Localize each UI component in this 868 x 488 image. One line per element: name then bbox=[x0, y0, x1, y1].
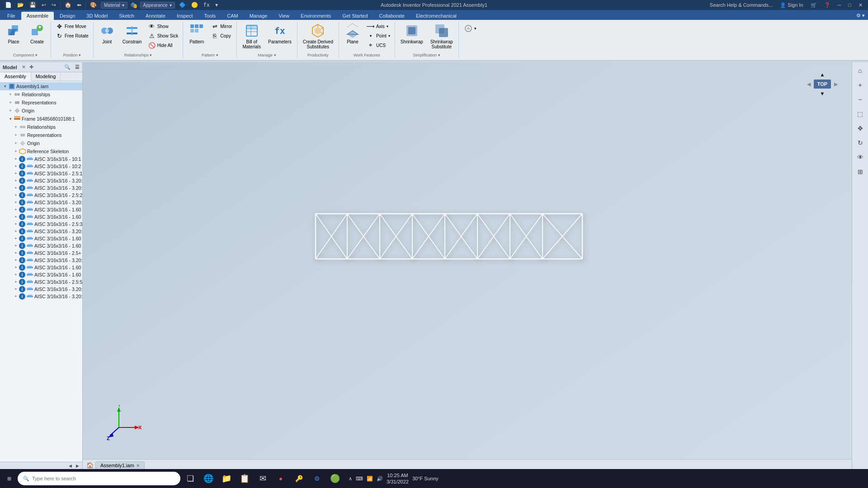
viewport-tab-close[interactable]: ✕ bbox=[136, 463, 140, 468]
tab-tools[interactable]: Tools bbox=[199, 12, 222, 20]
viewcube-down-arrow[interactable]: ▼ bbox=[819, 90, 826, 97]
aisc-expand-11[interactable]: + bbox=[13, 235, 19, 242]
taskbar-chrome-btn[interactable]: 🟢 bbox=[327, 470, 343, 487]
tab-cam[interactable]: CAM bbox=[222, 12, 243, 20]
qa-home-btn[interactable]: 🏠 bbox=[63, 2, 73, 8]
position-group-label[interactable]: Position ▾ bbox=[63, 53, 81, 57]
root-expand[interactable]: ▾ bbox=[2, 83, 8, 89]
create-derived-button[interactable]: Create Derived Substitutes bbox=[300, 22, 336, 51]
viewport-circle-btn[interactable]: ▾ bbox=[462, 23, 478, 33]
aisc-expand-14[interactable]: + bbox=[13, 257, 19, 263]
sidebar-search-btn[interactable]: 🔍 bbox=[64, 64, 71, 70]
rp-zoom-in-btn[interactable]: + bbox=[854, 79, 867, 91]
simplification-group-label[interactable]: Simplification ▾ bbox=[413, 53, 441, 57]
qa-style-btn[interactable]: 🎨 bbox=[89, 2, 98, 8]
tree-item-refskel[interactable]: + Reference Skeleton bbox=[0, 147, 82, 155]
qa-open-btn[interactable]: 📂 bbox=[16, 2, 25, 8]
refskel-expand[interactable]: + bbox=[13, 148, 19, 155]
parameters-button[interactable]: fx Parameters bbox=[265, 22, 294, 46]
tree-item-aisc-17[interactable]: + i AISC 3/16x3/16 - 2.5:5 bbox=[0, 278, 82, 286]
win-maximize-btn[interactable]: □ bbox=[846, 2, 853, 8]
model-tab-x[interactable]: ✕ bbox=[22, 64, 26, 70]
tree-item-representations[interactable]: + Representations bbox=[0, 99, 82, 107]
tree-item-aisc-19[interactable]: + i AISC 3/16x3/16 - 3.20: bbox=[0, 293, 82, 300]
tree-item-relationships[interactable]: + Relationships bbox=[0, 90, 82, 99]
tree-item-aisc-10[interactable]: + i AISC 3/16x3/16 - 3.20: bbox=[0, 228, 82, 235]
taskbar-search-input[interactable] bbox=[32, 476, 175, 481]
rep-expand[interactable]: + bbox=[7, 99, 14, 106]
tree-item-aisc-11[interactable]: + i AISC 3/16x3/16 - 1.60 bbox=[0, 235, 82, 242]
tab-design[interactable]: Design bbox=[54, 12, 80, 20]
aisc-expand-17[interactable]: + bbox=[13, 279, 19, 285]
free-rotate-button[interactable]: ↻ Free Rotate bbox=[54, 31, 90, 40]
tab-collaborate[interactable]: Collaborate bbox=[374, 12, 410, 20]
aisc-expand-9[interactable]: + bbox=[13, 221, 19, 227]
taskbar-red-btn[interactable]: ● bbox=[273, 470, 289, 487]
tab-annotate[interactable]: Annotate bbox=[140, 12, 171, 20]
shrinkwrap-sub-button[interactable]: Shrinkwrap Substitute bbox=[428, 22, 456, 51]
tree-item-frame-rep[interactable]: + Representations bbox=[0, 131, 82, 139]
rp-home-btn[interactable]: ⌂ bbox=[854, 64, 867, 77]
start-button[interactable]: ⊞ bbox=[3, 470, 16, 487]
manage-group-label[interactable]: Manage ▾ bbox=[258, 53, 276, 57]
tree-item-aisc-8[interactable]: + i AISC 3/16x3/16 - 1.60 bbox=[0, 213, 82, 221]
rp-look-btn[interactable]: 👁 bbox=[854, 151, 867, 164]
systray-chevron[interactable]: ∧ bbox=[349, 476, 352, 482]
tree-item-aisc-1[interactable]: + i AISC 3/16x3/16 - 10:2 bbox=[0, 163, 82, 170]
taskbar-store-btn[interactable]: 📋 bbox=[236, 470, 253, 487]
tab-manage[interactable]: Manage bbox=[244, 12, 273, 20]
tree-item-aisc-2[interactable]: + i AISC 3/16x3/16 - 2.5:1 bbox=[0, 170, 82, 177]
constrain-button[interactable]: Constrain bbox=[120, 22, 145, 46]
tab-inspect[interactable]: Inspect bbox=[171, 12, 198, 20]
tree-item-frame[interactable]: ▾ Frame 1648568010188:1 bbox=[0, 115, 82, 123]
aisc-expand-0[interactable]: + bbox=[13, 156, 19, 162]
viewcube[interactable]: ▲ ◀ TOP ▶ ▼ bbox=[807, 71, 838, 103]
rp-extents-btn[interactable]: ⊞ bbox=[854, 165, 867, 178]
taskbar-inventor-btn[interactable]: ⚙ bbox=[309, 470, 325, 487]
win-minimize-btn[interactable]: ─ bbox=[836, 2, 843, 8]
appearance-dropdown[interactable]: Appearance ▾ bbox=[140, 2, 175, 9]
tree-item-aisc-15[interactable]: + i AISC 3/16x3/16 - 1.60 bbox=[0, 264, 82, 271]
viewport-tab-assembly1[interactable]: Assembly1.iam ✕ bbox=[95, 461, 145, 469]
tab-electromechanical[interactable]: Electromechanical bbox=[410, 12, 462, 20]
tree-item-aisc-18[interactable]: + i AISC 3/16x3/16 - 3.20: bbox=[0, 286, 82, 293]
sidebar-scroll-left[interactable]: ◀ bbox=[67, 463, 73, 469]
systray-sound[interactable]: 🔊 bbox=[377, 476, 383, 482]
ucs-button[interactable]: ⌖ UCS bbox=[365, 41, 392, 50]
rp-zoom-out-btn[interactable]: − bbox=[854, 93, 867, 106]
viewcube-top-face[interactable]: TOP bbox=[814, 80, 831, 89]
tree-item-frame-origin[interactable]: + Origin bbox=[0, 139, 82, 147]
tree-item-aisc-9[interactable]: + i AISC 3/16x3/16 - 2.5:3 bbox=[0, 221, 82, 228]
place-button[interactable]: Place bbox=[3, 22, 24, 46]
sidebar-tab-modeling[interactable]: Modeling bbox=[31, 72, 61, 81]
qa-color-btn[interactable]: 🟡 bbox=[190, 2, 199, 8]
shrinkwrap-button[interactable]: Shrinkwrap bbox=[398, 22, 426, 46]
aisc-expand-3[interactable]: + bbox=[13, 178, 19, 184]
rp-zoom-window-btn[interactable]: ⬚ bbox=[854, 108, 867, 120]
systray-network[interactable]: 📶 bbox=[367, 476, 373, 482]
aisc-expand-5[interactable]: + bbox=[13, 192, 19, 198]
taskbar-task-view-btn[interactable]: ❏ bbox=[182, 470, 198, 487]
cart-btn[interactable]: 🛒 bbox=[809, 2, 819, 8]
tree-item-aisc-4[interactable]: + i AISC 3/16x3/16 - 3.20: bbox=[0, 184, 82, 192]
plane-button[interactable]: Plane bbox=[342, 22, 363, 46]
qa-more-btn[interactable]: ▾ bbox=[214, 2, 219, 8]
rp-pan-btn[interactable]: ✥ bbox=[854, 122, 867, 135]
rp-orbit-btn[interactable]: ↻ bbox=[854, 136, 867, 149]
taskbar-yellow-btn[interactable]: 🔑 bbox=[291, 470, 307, 487]
hide-all-button[interactable]: 🚫 Hide All bbox=[146, 41, 180, 50]
aisc-expand-4[interactable]: + bbox=[13, 185, 19, 191]
tree-item-aisc-5[interactable]: + i AISC 3/16x3/16 - 2.5:2 bbox=[0, 192, 82, 199]
taskbar-explorer-btn[interactable]: 📁 bbox=[218, 470, 235, 487]
tab-sketch[interactable]: Sketch bbox=[113, 12, 140, 20]
tab-file[interactable]: File bbox=[2, 12, 21, 20]
show-sick-button[interactable]: ⚠ Show Sick bbox=[146, 31, 180, 40]
tree-item-aisc-7[interactable]: + i AISC 3/16x3/16 - 1.60 bbox=[0, 206, 82, 213]
viewport[interactable]: X Y Z ▲ ◀ TOP ▶ ▼ bbox=[83, 62, 852, 469]
viewcube-left-arrow[interactable]: ◀ bbox=[806, 81, 812, 87]
tab-customization[interactable]: ⚙ ▾ bbox=[854, 11, 868, 20]
qa-undo-btn[interactable]: ↩ bbox=[40, 2, 47, 8]
aisc-expand-13[interactable]: + bbox=[13, 250, 19, 256]
free-move-button[interactable]: ✥ Free Move bbox=[54, 22, 90, 31]
rel-expand[interactable]: + bbox=[7, 91, 14, 98]
